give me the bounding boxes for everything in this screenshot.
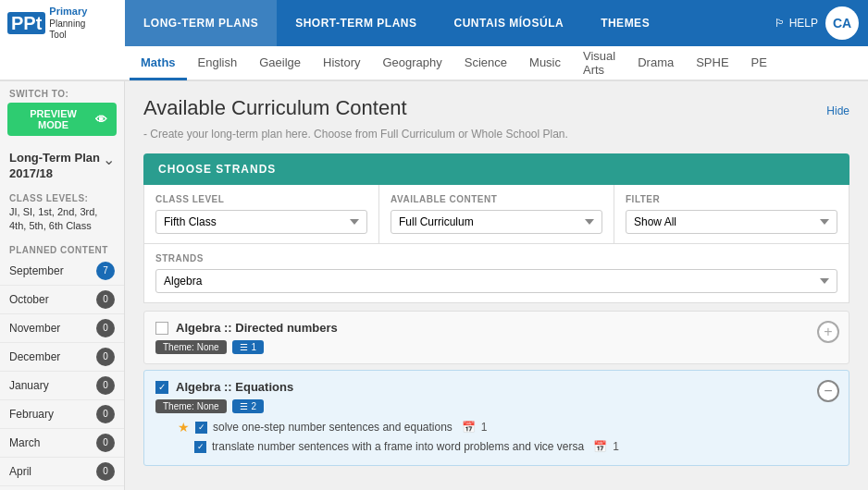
- month-item-february[interactable]: February 0: [0, 400, 124, 429]
- content-area: Available Curriculum Content - Create yo…: [125, 81, 868, 490]
- month-badge-november: 0: [96, 319, 115, 337]
- theme-badge-2[interactable]: Theme: None: [155, 399, 227, 413]
- preview-mode-button[interactable]: PREVIEW MODE 👁: [7, 103, 117, 136]
- month-item-december[interactable]: December 0: [0, 343, 124, 372]
- logo: PPt Primary Planning Tool: [7, 6, 87, 40]
- page-title: Available Curriculum Content - Create yo…: [143, 96, 826, 141]
- planned-content-label: PLANNED CONTENT: [0, 241, 124, 257]
- month-item-january[interactable]: January 0: [0, 372, 124, 400]
- cal-count-2: 1: [613, 440, 619, 453]
- class-levels-label: CLASS LEVELS:: [0, 190, 124, 205]
- logo-area: PPt Primary Planning Tool: [0, 0, 125, 46]
- tab-english[interactable]: English: [187, 47, 249, 80]
- sub-checkbox-2[interactable]: ✓: [194, 441, 206, 453]
- available-content-label: AVAILABLE CONTENT: [391, 194, 602, 204]
- nav-themes[interactable]: THEMES: [582, 0, 668, 46]
- strands-panel-title: CHOOSE STRANDS: [158, 163, 835, 176]
- class-level-col: CLASS LEVEL Fifth Class: [144, 185, 379, 243]
- strand-select[interactable]: Algebra: [155, 269, 837, 293]
- nav-short-term-plans[interactable]: SHORT-TERM PLANS: [277, 0, 435, 46]
- tab-visual-arts[interactable]: Visual Arts: [572, 47, 626, 80]
- hide-link[interactable]: Hide: [826, 104, 849, 117]
- sub-checkbox-1[interactable]: ✓: [195, 422, 207, 434]
- month-badge-february: 0: [96, 405, 115, 423]
- list-badge-2[interactable]: ☰ 2: [232, 399, 265, 413]
- month-badge-october: 0: [96, 290, 115, 309]
- page-header: Available Curriculum Content - Create yo…: [143, 96, 849, 141]
- theme-badge-1[interactable]: Theme: None: [155, 340, 227, 354]
- list-icon: ☰: [240, 342, 248, 352]
- month-badge-march: 0: [96, 434, 115, 452]
- subject-tabs: Maths English Gaeilge History Geography …: [0, 46, 868, 81]
- help-button[interactable]: 🏳 HELP: [775, 17, 818, 30]
- class-level-select[interactable]: Fifth Class: [155, 210, 367, 234]
- filter-select[interactable]: Show All: [626, 210, 837, 234]
- checkbox-equations[interactable]: ✓: [155, 381, 168, 394]
- available-content-col: AVAILABLE CONTENT Full Curriculum: [379, 185, 614, 243]
- filter-row: CLASS LEVEL Fifth Class AVAILABLE CONTEN…: [143, 185, 849, 244]
- curriculum-item-directed-numbers: Algebra :: Directed numbers Theme: None …: [143, 311, 849, 364]
- item-header-1: Algebra :: Directed numbers: [155, 321, 837, 335]
- eye-icon: 👁: [95, 113, 107, 127]
- calendar-icon-2: 📅: [593, 440, 607, 453]
- month-badge-december: 0: [96, 348, 115, 366]
- star-icon-1[interactable]: ★: [178, 420, 190, 435]
- list-icon-2: ☰: [240, 401, 248, 411]
- plan-title: Long-Term Plan 2017/18: [9, 151, 103, 182]
- strand-row: STRANDS Algebra: [143, 244, 849, 303]
- main-layout: SWITCH TO: PREVIEW MODE 👁 Long-Term Plan…: [0, 81, 868, 490]
- month-item-may[interactable]: May 0: [0, 486, 124, 490]
- badges-row-2: Theme: None ☰ 2: [155, 399, 837, 413]
- sub-item-text-2: translate number sentences with a frame …: [212, 440, 584, 453]
- page-subtitle: - Create your long-term plan here. Choos…: [143, 128, 568, 141]
- month-item-november[interactable]: November 0: [0, 314, 124, 343]
- checkbox-directed-numbers[interactable]: [155, 322, 168, 335]
- logo-icon: PPt: [7, 12, 45, 34]
- strands-panel: CHOOSE STRANDS: [143, 153, 849, 185]
- list-badge-1[interactable]: ☰ 1: [232, 340, 265, 354]
- filter-col: FILTER Show All: [614, 185, 849, 243]
- flag-icon: 🏳: [775, 17, 786, 30]
- tab-sphe[interactable]: SPHE: [685, 47, 739, 80]
- item-title-directed-numbers: Algebra :: Directed numbers: [176, 321, 338, 335]
- tab-maths[interactable]: Maths: [130, 47, 187, 80]
- month-item-march[interactable]: March 0: [0, 429, 124, 458]
- plan-title-block: Long-Term Plan 2017/18 ⌄: [0, 143, 124, 190]
- tab-drama[interactable]: Drama: [626, 47, 685, 80]
- month-item-september[interactable]: September 7: [0, 257, 124, 286]
- month-badge-april: 0: [96, 462, 115, 481]
- sub-item-2: ✓ translate number sentences with a fram…: [178, 437, 837, 456]
- nav-cuntais[interactable]: CUNTAIS MÍOSÚLA: [436, 0, 583, 46]
- badges-row-1: Theme: None ☰ 1: [155, 340, 837, 354]
- add-button-1[interactable]: +: [817, 321, 839, 343]
- available-content-select[interactable]: Full Curriculum: [391, 210, 602, 234]
- class-level-label: CLASS LEVEL: [155, 194, 367, 204]
- tab-pe[interactable]: PE: [740, 47, 778, 80]
- tab-music[interactable]: Music: [518, 47, 572, 80]
- plan-chevron-icon[interactable]: ⌄: [103, 151, 115, 168]
- nav-links: LONG-TERM PLANS SHORT-TERM PLANS CUNTAIS…: [125, 0, 775, 46]
- remove-button-2[interactable]: −: [817, 380, 839, 402]
- curriculum-item-equations: ✓ Algebra :: Equations Theme: None ☰ 2 −…: [143, 370, 849, 466]
- month-item-october[interactable]: October 0: [0, 286, 124, 314]
- item-title-equations: Algebra :: Equations: [176, 380, 293, 394]
- nav-right: 🏳 HELP CA: [775, 6, 868, 40]
- sidebar: SWITCH TO: PREVIEW MODE 👁 Long-Term Plan…: [0, 81, 125, 490]
- cal-count-1: 1: [481, 421, 488, 434]
- tab-history[interactable]: History: [312, 47, 371, 80]
- month-badge-september: 7: [96, 262, 115, 280]
- avatar[interactable]: CA: [825, 6, 859, 40]
- filter-label: FILTER: [626, 194, 837, 204]
- logo-text: Primary Planning Tool: [49, 6, 87, 40]
- nav-long-term-plans[interactable]: LONG-TERM PLANS: [125, 0, 277, 46]
- sub-item-1: ★ ✓ solve one-step number sentences and …: [178, 417, 837, 437]
- tab-gaeilge[interactable]: Gaeilge: [248, 47, 312, 80]
- month-badge-january: 0: [96, 376, 115, 395]
- calendar-icon-1: 📅: [462, 421, 476, 434]
- tab-geography[interactable]: Geography: [371, 47, 453, 80]
- sub-items-equations: ★ ✓ solve one-step number sentences and …: [155, 413, 837, 456]
- tab-science[interactable]: Science: [453, 47, 518, 80]
- item-header-2: ✓ Algebra :: Equations: [155, 380, 837, 394]
- strand-label: STRANDS: [155, 253, 837, 263]
- month-item-april[interactable]: April 0: [0, 458, 124, 486]
